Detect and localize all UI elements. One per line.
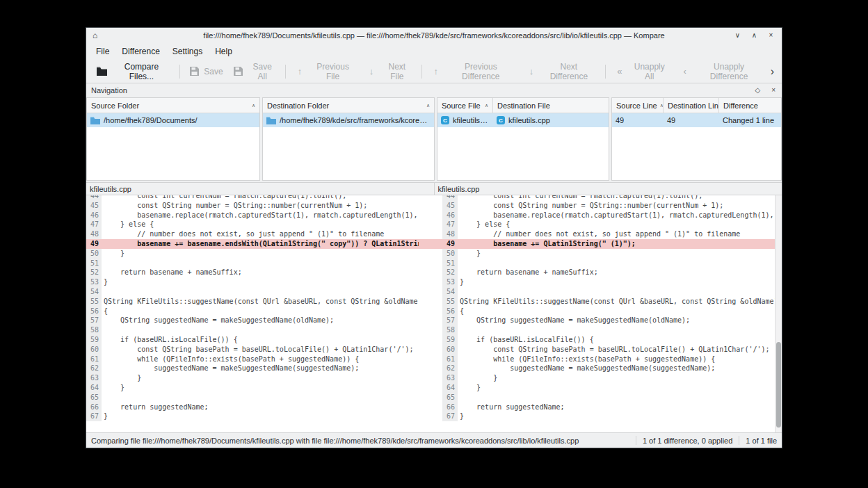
line-number: 47 <box>442 220 458 229</box>
toolbar-overflow-button[interactable]: › <box>769 66 776 77</box>
diff-row-67[interactable]: 67}67} <box>86 412 775 421</box>
diff-row-47[interactable]: 47 } else {47 } else { <box>86 220 775 229</box>
diff-row-45[interactable]: 45 const QString number = QString::numbe… <box>86 201 775 211</box>
source-line-header[interactable]: Source Line ∧ <box>612 98 664 113</box>
diff-row-55[interactable]: 55QString KFileUtils::suggestName(const … <box>86 297 775 307</box>
close-dock-button[interactable]: × <box>770 87 777 94</box>
destination-code-line: } <box>458 249 775 259</box>
toolbar-button-label: Compare Files... <box>112 62 172 81</box>
diff-row-46[interactable]: 46 basename.replace(rmatch.capturedStart… <box>86 211 775 220</box>
destination-folder-header[interactable]: Destination Folder ∧ <box>263 98 434 113</box>
diff-connector <box>419 307 442 316</box>
vertical-scrollbar-thumb[interactable] <box>776 342 781 428</box>
save-button[interactable]: Save <box>184 63 227 80</box>
files-pane: Source File ∧ Destination File C kfileut… <box>437 97 609 181</box>
destination-code-line: return basename + nameSuffix; <box>458 268 775 277</box>
line-number: 54 <box>86 287 102 297</box>
destination-pane-title: kfileutils.cpp <box>435 183 782 195</box>
next-difference-button[interactable]: ↓Next Difference <box>521 58 602 85</box>
destination-code-line: } <box>458 277 775 287</box>
line-number: 45 <box>442 201 458 211</box>
diff-row-44[interactable]: 44 const int currentNum = rmatch.capture… <box>86 195 775 201</box>
titlebar[interactable]: ⌂ file:///home/fhek789/Documents/kfileut… <box>86 28 782 43</box>
navigation-dock-title: Navigation <box>91 86 745 95</box>
line-number: 54 <box>442 287 458 297</box>
diff-row-63[interactable]: 63 }63 } <box>86 373 775 383</box>
diff-row-58[interactable]: 5858 <box>86 325 775 335</box>
compare-files-button[interactable]: Compare Files... <box>92 58 176 85</box>
diff-connector <box>419 239 442 249</box>
statusbar-separator <box>636 436 636 445</box>
diff-scroll-viewport[interactable]: 44 const int currentNum = rmatch.capture… <box>86 195 775 432</box>
previous-file-button[interactable]: ↑Previous File <box>289 58 361 85</box>
destination-folder-row[interactable]: /home/fhek789/kde/src/frameworks/kcoread… <box>263 113 434 127</box>
folder-compare-icon <box>97 67 108 76</box>
chevron-left-icon: ‹ <box>680 67 691 76</box>
diff-connector <box>419 297 442 307</box>
next-file-button[interactable]: ↓Next File <box>361 58 418 85</box>
float-dock-button[interactable]: ◇ <box>753 87 762 94</box>
vertical-scrollbar[interactable] <box>775 195 782 432</box>
source-folder-header[interactable]: Source Folder ∧ <box>87 98 259 113</box>
diff-connector <box>419 259 442 268</box>
maximize-button[interactable]: ∧ <box>750 32 759 39</box>
toolbar-separator <box>179 65 180 79</box>
destination-file-cell: C kfileutils.cpp <box>493 113 609 127</box>
source-file-header[interactable]: Source File ∧ <box>437 98 493 113</box>
diff-pane-headers: kfileutils.cpp kfileutils.cpp <box>86 183 782 195</box>
diff-rows: 44 const int currentNum = rmatch.capture… <box>86 195 775 421</box>
menu-help[interactable]: Help <box>209 44 239 58</box>
difference-value: Changed 1 line <box>723 116 774 124</box>
diff-row-56[interactable]: 56{56{ <box>86 307 775 316</box>
toolbar-button-label: Next File <box>381 62 413 81</box>
source-folder-pane: Source Folder ∧ /home/fhek789/Documents/ <box>86 97 260 181</box>
files-row[interactable]: C kfileutils.cpp C kfileutils.cpp <box>437 113 609 127</box>
unapply-all-button[interactable]: «Unapply All <box>609 58 675 85</box>
unapply-difference-button[interactable]: ‹Unapply Difference <box>675 58 769 85</box>
diff-row-64[interactable]: 64 }64 } <box>86 383 775 393</box>
line-number: 61 <box>86 355 102 364</box>
save-all-button[interactable]: Save All <box>228 58 282 85</box>
difference-row[interactable]: 49 49 Changed 1 line <box>612 113 781 127</box>
source-code-line: QString KFileUtils::suggestName(const QU… <box>102 297 419 307</box>
diff-row-59[interactable]: 59 if (baseURL.isLocalFile()) {59 if (ba… <box>86 335 775 345</box>
source-code-line: return basename + nameSuffix; <box>102 268 419 277</box>
destination-code-line: if (baseURL.isLocalFile()) { <box>458 335 775 345</box>
diff-row-66[interactable]: 66 return suggestedName;66 return sugges… <box>86 402 775 412</box>
diff-row-65[interactable]: 6565 <box>86 393 775 402</box>
diff-row-60[interactable]: 60 const QString basePath = baseURL.toLo… <box>86 345 775 355</box>
kompare-window: ⌂ file:///home/fhek789/Documents/kfileut… <box>86 28 782 448</box>
minimize-button[interactable]: ∨ <box>733 32 742 39</box>
diff-row-48[interactable]: 48 // number does not exist, so just app… <box>86 229 775 239</box>
menu-settings[interactable]: Settings <box>166 44 209 58</box>
source-file-header-label: Source File <box>442 101 481 110</box>
close-button[interactable]: × <box>766 32 775 39</box>
source-code-line: suggestedName = makeSuggestedName(sugges… <box>102 364 419 373</box>
source-code-line: while (QFileInfo::exists(basePath + sugg… <box>102 355 419 364</box>
diff-row-57[interactable]: 57 QString suggestedName = makeSuggested… <box>86 316 775 325</box>
diff-row-49[interactable]: 49 basename += basename.endsWith(QLatin1… <box>86 239 775 249</box>
diff-connector <box>419 201 442 211</box>
source-folder-row[interactable]: /home/fhek789/Documents/ <box>87 113 259 127</box>
line-number: 52 <box>86 268 102 277</box>
destination-file-header[interactable]: Destination File <box>493 98 609 113</box>
diff-row-62[interactable]: 62 suggestedName = makeSuggestedName(sug… <box>86 364 775 373</box>
cpp-file-icon: C <box>497 116 505 124</box>
diff-connector <box>419 335 442 345</box>
diff-row-53[interactable]: 53}53} <box>86 277 775 287</box>
arrow-down-icon: ↓ <box>366 67 377 76</box>
previous-difference-button[interactable]: ↑Previous Difference <box>426 58 521 85</box>
destination-line-header-label: Destination Line <box>668 101 719 110</box>
difference-header[interactable]: Difference <box>719 98 781 113</box>
diff-row-51[interactable]: 5151 <box>86 259 775 268</box>
menu-file[interactable]: File <box>90 44 115 58</box>
diff-row-54[interactable]: 5454 <box>86 287 775 297</box>
menu-difference[interactable]: Difference <box>115 44 166 58</box>
destination-line-header[interactable]: Destination Line <box>664 98 719 113</box>
source-folder-cell: /home/fhek789/Documents/ <box>87 113 259 127</box>
diff-row-50[interactable]: 50 }50 } <box>86 249 775 259</box>
diff-row-61[interactable]: 61 while (QFileInfo::exists(basePath + s… <box>86 355 775 364</box>
diff-row-52[interactable]: 52 return basename + nameSuffix;52 retur… <box>86 268 775 277</box>
diff-connector <box>419 195 442 201</box>
statusbar: Comparing file file:///home/fhek789/Docu… <box>86 432 782 448</box>
